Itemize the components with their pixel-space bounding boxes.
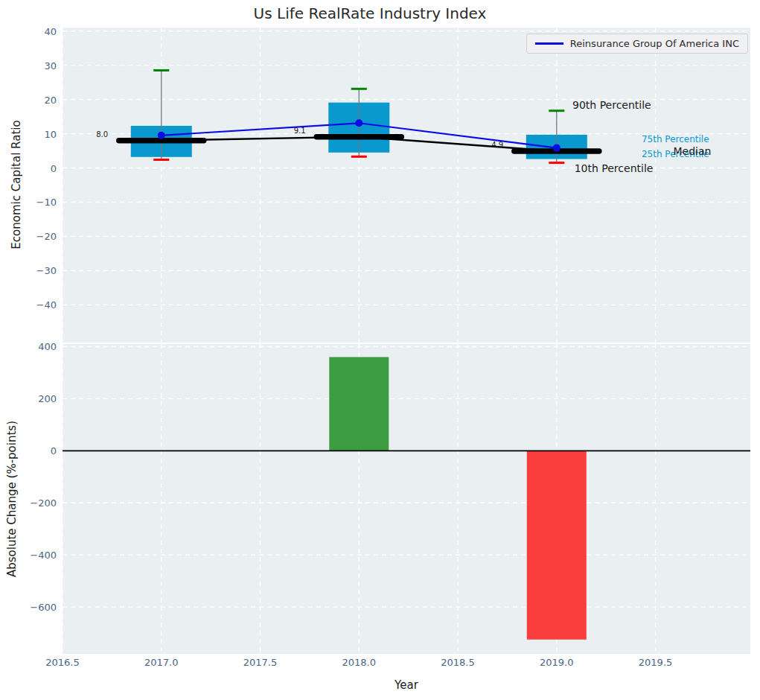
bottom-axes	[63, 344, 750, 654]
bottom-y-tick-label: 400	[0, 341, 57, 352]
legend-series-label: Reinsurance Group Of America INC	[570, 38, 739, 49]
x-tick-label: 2017.0	[144, 657, 179, 668]
annotation-10th-percentile: 10th Percentile	[575, 162, 654, 174]
legend: Reinsurance Group Of America INC	[526, 34, 748, 54]
top-y-tick-label: −20	[0, 231, 57, 242]
top-axes: Reinsurance Group Of America INC 8.09.14…	[63, 28, 750, 343]
bottom-y-tick-label: −400	[0, 550, 57, 561]
x-tick-label: 2019.0	[540, 657, 574, 668]
annotation-median: Median	[673, 145, 711, 157]
bottom-plot-svg	[63, 344, 750, 654]
company-point	[553, 144, 561, 152]
company-point	[158, 132, 165, 139]
top-y-tick-label: −30	[0, 265, 57, 276]
negative-change-bar	[527, 451, 587, 639]
annotation-75th-percentile: 75th Percentile	[642, 134, 709, 144]
x-tick-label: 2019.5	[639, 657, 673, 668]
top-y-tick-label: 30	[0, 60, 57, 71]
top-y-tick-label: −10	[0, 197, 57, 208]
top-plot-svg	[63, 28, 750, 343]
median-value-label: 9.1	[294, 127, 306, 135]
positive-change-bar	[329, 357, 389, 451]
chart-title: Us Life RealRate Industry Index	[0, 4, 740, 22]
top-y-tick-label: 40	[0, 25, 57, 36]
x-tick-label: 2017.5	[243, 657, 278, 668]
x-tick-label: 2016.5	[45, 657, 80, 668]
top-y-axis-label: Economic Capital Ratio	[10, 120, 23, 249]
top-y-tick-label: −40	[0, 299, 57, 311]
bottom-y-tick-label: −600	[0, 602, 57, 613]
x-axis-label: Year	[395, 678, 418, 692]
x-tick-label: 2018.0	[342, 657, 377, 668]
bottom-y-tick-label: −200	[0, 497, 57, 509]
top-y-tick-label: 0	[0, 162, 57, 174]
x-tick-label: 2018.5	[441, 657, 475, 668]
top-y-tick-label: 10	[0, 128, 57, 139]
figure: Us Life RealRate Industry Index Economic…	[0, 0, 760, 700]
top-y-tick-label: 20	[0, 94, 57, 105]
bottom-y-tick-label: 0	[0, 445, 57, 456]
annotation-90th-percentile: 90th Percentile	[572, 99, 651, 111]
bottom-y-tick-label: 200	[0, 393, 57, 404]
legend-line-sample	[535, 42, 563, 45]
company-point	[355, 119, 363, 127]
median-value-label: 8.0	[96, 130, 108, 139]
median-value-label: 4.9	[491, 141, 503, 149]
